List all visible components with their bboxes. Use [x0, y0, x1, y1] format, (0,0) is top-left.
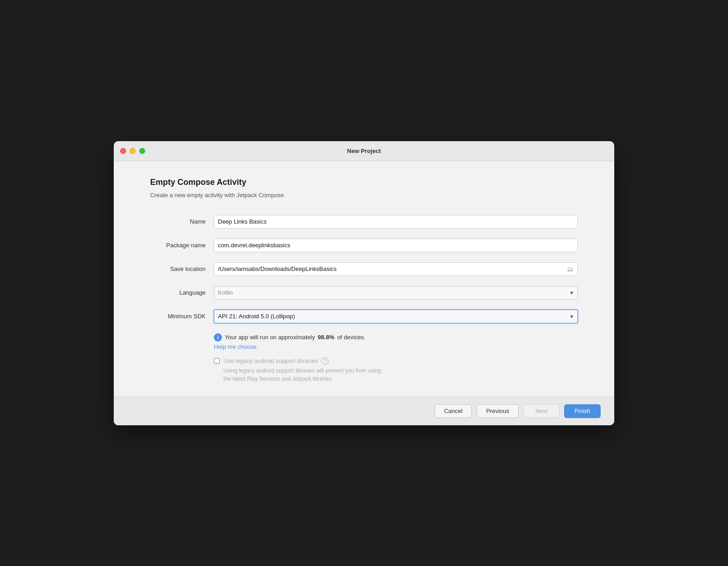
sdk-percentage: 98.8%	[318, 334, 334, 341]
previous-button[interactable]: Previous	[476, 404, 519, 418]
save-location-label: Save location	[150, 265, 214, 272]
minimum-sdk-select[interactable]: API 21: Android 5.0 (Lollipop) API 22: A…	[214, 310, 578, 323]
window-title: New Project	[347, 148, 381, 154]
footer: Cancel Previous Next Finish	[114, 397, 614, 425]
cancel-button[interactable]: Cancel	[435, 404, 472, 418]
legacy-label: Use legacy android.support libraries	[223, 357, 318, 364]
minimum-sdk-label: Minimum SDK	[150, 313, 214, 320]
maximize-button[interactable]	[139, 148, 145, 154]
page-title: Empty Compose Activity	[150, 178, 578, 187]
sdk-devices-text: i Your app will run on approximately 98.…	[214, 333, 578, 342]
save-location-wrapper: 🗂	[214, 262, 578, 276]
save-location-input[interactable]	[214, 262, 578, 276]
language-row: Language Kotlin Java ▼	[150, 286, 578, 300]
sdk-info-prefix: Your app will run on approximately	[225, 334, 315, 341]
page-subtitle: Create a new empty activity with Jetpack…	[150, 192, 578, 199]
name-input[interactable]	[214, 215, 578, 229]
folder-icon[interactable]: 🗂	[566, 266, 574, 272]
traffic-lights	[120, 148, 145, 154]
finish-button[interactable]: Finish	[564, 404, 601, 418]
help-icon[interactable]: ?	[321, 357, 329, 365]
package-label: Package name	[150, 242, 214, 249]
legacy-checkbox-row: Use legacy android.support libraries ?	[214, 357, 578, 365]
info-icon: i	[214, 333, 222, 342]
minimize-button[interactable]	[130, 148, 136, 154]
name-row: Name	[150, 215, 578, 229]
language-label: Language	[150, 289, 214, 296]
sdk-info: i Your app will run on approximately 98.…	[214, 333, 578, 350]
package-name-row: Package name	[150, 239, 578, 252]
new-project-window: New Project Empty Compose Activity Creat…	[114, 141, 614, 425]
legacy-checkbox[interactable]	[214, 358, 220, 364]
language-select[interactable]: Kotlin Java	[214, 286, 578, 300]
close-button[interactable]	[120, 148, 126, 154]
legacy-libraries-section: Use legacy android.support libraries ? U…	[214, 357, 578, 383]
minimum-sdk-row: Minimum SDK API 21: Android 5.0 (Lollipo…	[150, 310, 578, 323]
save-location-row: Save location 🗂	[150, 262, 578, 276]
name-label: Name	[150, 218, 214, 225]
titlebar: New Project	[114, 141, 614, 161]
language-select-wrapper: Kotlin Java ▼	[214, 286, 578, 300]
minimum-sdk-select-wrapper: API 21: Android 5.0 (Lollipop) API 22: A…	[214, 310, 578, 323]
next-button[interactable]: Next	[523, 404, 560, 418]
legacy-description: Using legacy android.support libraries w…	[214, 367, 578, 383]
main-content: Empty Compose Activity Create a new empt…	[114, 161, 614, 397]
sdk-info-suffix: of devices.	[337, 334, 365, 341]
package-input[interactable]	[214, 239, 578, 252]
help-me-choose-link[interactable]: Help me choose	[214, 343, 578, 350]
